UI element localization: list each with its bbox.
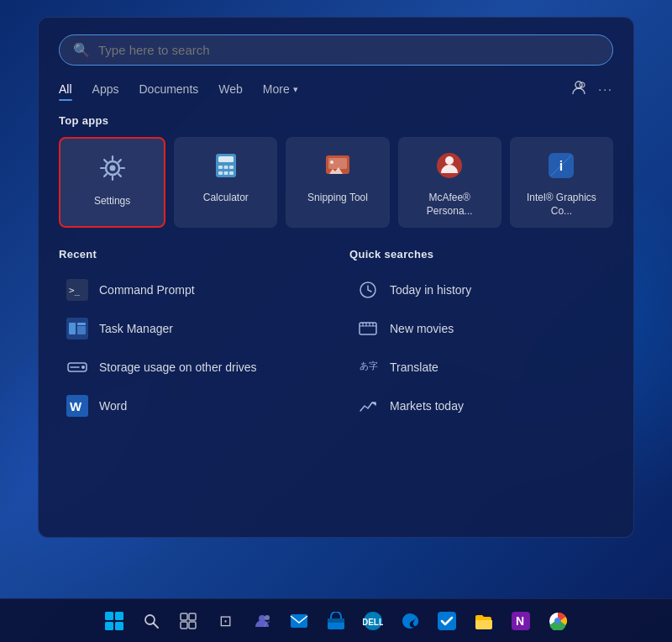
svg-text:N: N	[516, 614, 524, 628]
svg-rect-13	[218, 156, 234, 162]
svg-rect-64	[438, 612, 456, 630]
people-icon[interactable]	[571, 80, 586, 98]
search-bar[interactable]: 🔍	[59, 34, 613, 66]
taskbar: ⊡ DELL	[0, 598, 672, 642]
recent-item-cmd[interactable]: >_ Command Prompt	[59, 271, 323, 309]
qs-item-translate[interactable]: あ字 Translate	[349, 348, 613, 387]
tab-apps[interactable]: Apps	[92, 79, 119, 99]
mcafee-app-label: McAfee® Persona...	[405, 192, 495, 218]
nav-tabs: All Apps Documents Web More ▾ ···	[59, 79, 613, 99]
taskbar-dell[interactable]: DELL	[358, 606, 388, 636]
svg-rect-16	[229, 166, 234, 169]
cmd-icon: >_	[66, 278, 89, 302]
intel-app-icon: i	[546, 150, 576, 185]
mcafee-app-icon	[434, 150, 465, 185]
search-icon: 🔍	[73, 42, 90, 58]
ellipsis-icon[interactable]: ···	[598, 82, 613, 96]
taskbar-teams[interactable]	[247, 606, 277, 636]
taskbar-todo[interactable]	[432, 606, 462, 636]
svg-rect-47	[105, 612, 113, 620]
tab-all[interactable]: All	[59, 79, 72, 99]
svg-rect-55	[181, 622, 187, 629]
quick-searches-section: Quick searches Today in history	[349, 248, 613, 425]
svg-line-9	[118, 174, 121, 176]
settings-app-icon	[97, 152, 129, 188]
word-label: Word	[99, 399, 127, 413]
app-tile-snipping[interactable]: Snipping Tool	[286, 137, 389, 228]
svg-text:W: W	[70, 399, 82, 413]
taskbar-widgets[interactable]: ⊡	[210, 606, 240, 636]
recent-section: Recent >_ Command Prompt	[59, 248, 323, 425]
svg-line-10	[118, 160, 121, 162]
svg-rect-15	[223, 166, 228, 169]
app-tile-mcafee[interactable]: McAfee® Persona...	[398, 137, 501, 228]
top-apps-grid: Settings Calculator	[59, 137, 613, 228]
taskbar-onenote[interactable]: N	[506, 606, 536, 636]
intel-app-label: Intel® Graphics Co...	[517, 192, 606, 218]
settings-app-label: Settings	[94, 195, 130, 208]
taskbar-search[interactable]	[136, 606, 166, 636]
history-icon	[356, 278, 380, 302]
taskbar-store[interactable]	[321, 606, 351, 636]
svg-text:あ字: あ字	[360, 360, 378, 371]
app-tile-settings[interactable]: Settings	[59, 137, 165, 228]
storage-label: Storage usage on other drives	[99, 360, 257, 374]
start-menu: 🔍 All Apps Documents Web More ▾ ··· Top …	[38, 17, 634, 538]
taskbar-mail[interactable]	[284, 606, 314, 636]
svg-rect-59	[291, 614, 307, 628]
markets-label: Markets today	[390, 399, 464, 413]
svg-text:>_: >_	[69, 285, 81, 296]
storage-icon	[66, 355, 89, 379]
svg-rect-61	[328, 618, 344, 623]
svg-point-69	[555, 618, 560, 624]
snipping-app-icon	[323, 150, 353, 185]
translate-label: Translate	[390, 360, 438, 374]
qs-item-history[interactable]: Today in history	[349, 271, 613, 309]
app-tile-calculator[interactable]: Calculator	[174, 137, 277, 228]
svg-point-58	[265, 615, 270, 620]
movies-icon	[356, 317, 380, 340]
svg-rect-56	[189, 622, 196, 629]
svg-rect-49	[105, 622, 113, 630]
calculator-app-icon	[211, 150, 241, 185]
movies-label: New movies	[390, 322, 454, 335]
taskbar-start[interactable]	[99, 606, 129, 636]
svg-point-35	[81, 366, 85, 369]
cmd-label: Command Prompt	[99, 283, 195, 297]
svg-line-11	[104, 174, 107, 176]
qs-item-markets[interactable]: Markets today	[349, 387, 613, 425]
svg-rect-14	[218, 166, 223, 169]
svg-rect-48	[115, 612, 123, 620]
app-tile-intel[interactable]: i Intel® Graphics Co...	[510, 137, 613, 228]
recent-item-taskmanager[interactable]: Task Manager	[59, 309, 323, 348]
taskbar-explorer[interactable]	[469, 606, 499, 636]
svg-rect-31	[69, 323, 76, 334]
chevron-down-icon: ▾	[293, 84, 298, 95]
svg-point-24	[445, 156, 454, 165]
tab-web[interactable]: Web	[218, 79, 243, 99]
svg-rect-33	[77, 323, 86, 325]
recent-label: Recent	[59, 248, 323, 260]
search-input[interactable]	[98, 43, 599, 57]
taskmanager-label: Task Manager	[99, 322, 173, 335]
svg-rect-54	[189, 613, 196, 620]
svg-rect-53	[181, 613, 187, 620]
svg-rect-32	[77, 326, 86, 334]
word-icon: W	[66, 394, 89, 418]
svg-rect-18	[223, 171, 228, 175]
top-apps-label: Top apps	[59, 114, 613, 127]
svg-text:DELL: DELL	[363, 617, 383, 626]
tab-more[interactable]: More ▾	[263, 79, 298, 99]
tab-documents[interactable]: Documents	[139, 79, 198, 99]
svg-rect-17	[218, 171, 223, 175]
taskbar-chrome[interactable]	[543, 606, 573, 636]
qs-item-movies[interactable]: New movies	[349, 309, 613, 348]
recent-item-word[interactable]: W Word	[59, 387, 323, 425]
taskbar-taskview[interactable]	[173, 606, 203, 636]
taskbar-edge[interactable]	[395, 606, 425, 636]
two-col-section: Recent >_ Command Prompt	[59, 248, 613, 425]
recent-item-storage[interactable]: Storage usage on other drives	[59, 348, 323, 387]
svg-point-22	[330, 160, 333, 164]
svg-line-52	[154, 624, 158, 628]
svg-point-3	[109, 166, 115, 171]
